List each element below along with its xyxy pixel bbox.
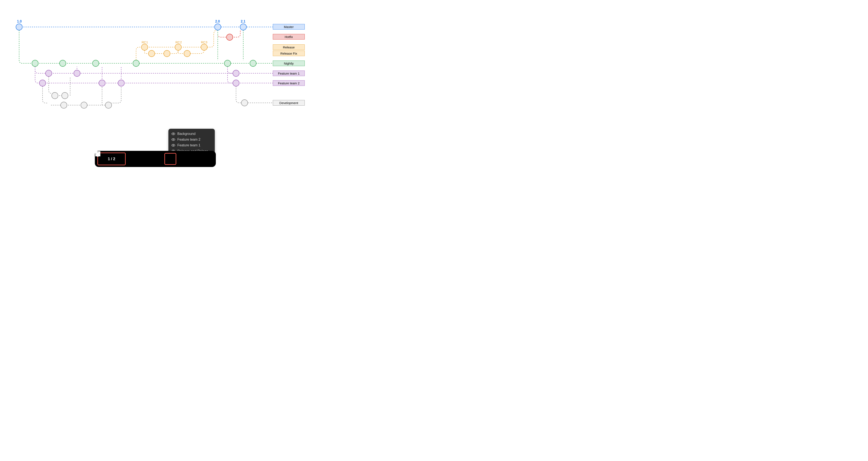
svg-point-17: [74, 70, 80, 76]
svg-point-5: [175, 44, 181, 51]
diagram-canvas[interactable]: Master Hotfix Release Release Fix Nightl…: [0, 0, 319, 170]
svg-point-16: [45, 70, 52, 76]
svg-point-22: [233, 80, 239, 86]
svg-point-14: [224, 60, 231, 66]
layer-row-ft1[interactable]: Feature team 1: [172, 142, 212, 148]
svg-point-2: [240, 24, 246, 30]
svg-point-11: [60, 60, 66, 66]
svg-point-15: [250, 60, 256, 66]
layers-button[interactable]: [164, 153, 176, 165]
layer-row-background[interactable]: Background: [172, 131, 212, 137]
diagram-svg: .d{stroke-dasharray:5 5;fill:none;stroke…: [0, 0, 319, 170]
eye-icon: [172, 138, 175, 141]
svg-point-7: [148, 51, 155, 57]
zoom-out-button[interactable]: [127, 154, 138, 164]
svg-point-20: [99, 80, 105, 86]
svg-point-21: [118, 80, 124, 86]
svg-point-12: [93, 60, 99, 66]
pencil-icon: [95, 151, 101, 157]
svg-point-24: [62, 92, 68, 99]
svg-point-31: [173, 145, 174, 146]
viewer-toolbar: 1 / 2: [95, 151, 216, 167]
svg-point-0: [16, 24, 22, 30]
svg-point-28: [241, 100, 248, 106]
svg-point-13: [133, 60, 139, 66]
svg-point-26: [81, 102, 87, 108]
layer-row-ft2[interactable]: Feature team 2: [172, 137, 212, 142]
page-navigator: 1 / 2: [97, 153, 126, 165]
eye-icon: [172, 132, 175, 136]
svg-point-30: [173, 139, 174, 140]
svg-point-27: [105, 102, 112, 108]
svg-point-19: [39, 80, 46, 86]
svg-point-4: [142, 44, 148, 51]
svg-point-8: [164, 51, 170, 57]
page-indicator: 1 / 2: [106, 157, 117, 161]
svg-point-6: [201, 44, 207, 51]
svg-point-10: [32, 60, 38, 66]
svg-point-23: [52, 92, 58, 99]
screenshot-button[interactable]: [190, 154, 201, 164]
edit-button[interactable]: [203, 154, 213, 164]
svg-point-25: [61, 102, 67, 108]
svg-point-3: [226, 34, 233, 40]
svg-point-9: [184, 51, 190, 57]
next-page-button[interactable]: [117, 154, 124, 164]
svg-point-18: [233, 70, 239, 76]
svg-point-29: [173, 133, 174, 134]
fit-screen-button[interactable]: [152, 154, 163, 164]
zoom-in-button[interactable]: [140, 154, 150, 164]
print-button[interactable]: [178, 154, 189, 164]
svg-point-1: [215, 24, 221, 30]
eye-icon: [172, 143, 175, 147]
